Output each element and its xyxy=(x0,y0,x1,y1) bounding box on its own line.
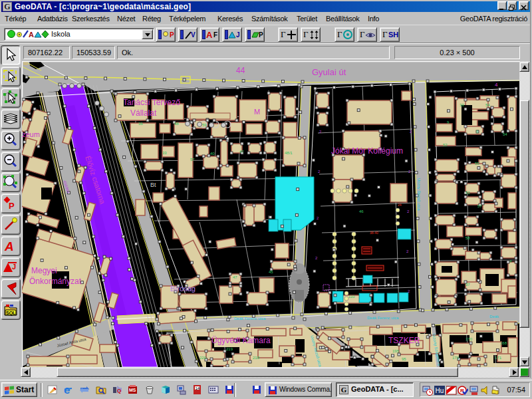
svg-text:Tanácsi Tervező: Tanácsi Tervező xyxy=(123,98,180,107)
svg-text:M: M xyxy=(254,108,260,116)
svg-text:24: 24 xyxy=(398,203,402,207)
svg-text:46: 46 xyxy=(359,209,364,213)
svg-text:14: 14 xyxy=(196,386,200,390)
svg-text:47: 47 xyxy=(233,275,237,279)
svg-text:Bt: Bt xyxy=(150,182,156,188)
svg-text:4: 4 xyxy=(495,82,498,88)
svg-text:A: A xyxy=(29,31,34,39)
svg-text:Ügyvédi Kamara: Ügyvédi Kamara xyxy=(211,336,271,345)
svg-text:TSZKER: TSZKER xyxy=(388,336,420,345)
svg-text:55: 55 xyxy=(475,162,479,166)
svg-text:36: 36 xyxy=(138,122,143,126)
svg-text:59: 59 xyxy=(202,123,207,127)
svg-text:A: A xyxy=(4,239,14,253)
svg-text:33: 33 xyxy=(460,103,464,107)
svg-text:97: 97 xyxy=(466,283,470,287)
svg-text:Jókai Mór Kollégium: Jókai Mór Kollégium xyxy=(331,146,403,156)
svg-text:zeum: zeum xyxy=(22,130,40,138)
svg-text:168: 168 xyxy=(500,341,507,345)
svg-text:218: 218 xyxy=(253,356,260,360)
svg-text:52: 52 xyxy=(443,143,448,147)
svg-text:Hu: Hu xyxy=(436,387,444,394)
svg-text:38-40: 38-40 xyxy=(370,231,378,235)
svg-text:57: 57 xyxy=(477,204,482,208)
svg-text:53: 53 xyxy=(466,191,470,195)
svg-text:Vállalat: Vállalat xyxy=(130,108,157,118)
svg-text:Önkormányzat: Önkormányzat xyxy=(29,277,82,286)
svg-text:58: 58 xyxy=(466,236,470,240)
svg-text:Megyei: Megyei xyxy=(31,266,57,275)
svg-text:58: 58 xyxy=(174,122,179,126)
svg-text:MS: MS xyxy=(129,388,136,392)
svg-text:Q: Q xyxy=(117,388,121,394)
svg-text:170: 170 xyxy=(452,356,460,360)
svg-text:40: 40 xyxy=(210,152,215,156)
svg-text:Uozny Rezső utca: Uozny Rezső utca xyxy=(417,178,421,211)
svg-text:Deák Ferenc utca: Deák Ferenc utca xyxy=(367,316,399,320)
svg-text:110: 110 xyxy=(348,295,355,299)
svg-text:P: P xyxy=(9,201,15,211)
svg-text:54: 54 xyxy=(485,103,490,107)
svg-text:219: 219 xyxy=(226,347,233,351)
svg-text:Deák: Deák xyxy=(489,315,499,319)
svg-text:33: 33 xyxy=(162,151,167,155)
svg-text:J: J xyxy=(12,263,16,271)
svg-text:54: 54 xyxy=(503,132,507,136)
svg-text:195: 195 xyxy=(392,349,400,353)
svg-text:Deák Ferenc utca: Deák Ferenc utca xyxy=(234,317,266,321)
svg-text:57: 57 xyxy=(190,158,195,162)
svg-text:SQL: SQL xyxy=(6,311,16,316)
svg-text:44: 44 xyxy=(236,66,245,75)
svg-text:171: 171 xyxy=(495,356,502,360)
svg-text:Gyulai út: Gyulai út xyxy=(312,67,346,77)
svg-text:95: 95 xyxy=(402,357,406,361)
svg-text:47: 47 xyxy=(239,150,244,154)
svg-text:220: 220 xyxy=(200,356,207,360)
svg-text:Bíróság: Bíróság xyxy=(170,285,196,293)
svg-text:170: 170 xyxy=(466,337,473,341)
svg-text:45: 45 xyxy=(269,270,273,274)
svg-text:48/1: 48/1 xyxy=(285,151,293,155)
